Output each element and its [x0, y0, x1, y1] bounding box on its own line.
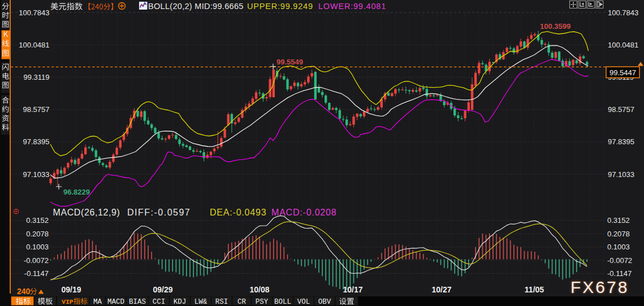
- svg-text:-0.1147: -0.1147: [24, 269, 49, 278]
- svg-text:0.1003: 0.1003: [26, 243, 49, 251]
- svg-text:LOWER:99.4081: LOWER:99.4081: [318, 2, 386, 11]
- svg-text:0.2078: 0.2078: [607, 230, 630, 238]
- svg-text:97.8395: 97.8395: [608, 137, 634, 146]
- svg-text:99.5447: 99.5447: [610, 68, 636, 77]
- svg-text:-0.0072: -0.0072: [24, 256, 49, 265]
- svg-text:0.2078: 0.2078: [26, 230, 49, 238]
- svg-text:10/27: 10/27: [431, 285, 451, 294]
- svg-text:RSI: RSI: [215, 298, 228, 306]
- svg-text:100.7843: 100.7843: [19, 8, 49, 17]
- svg-text:10/17: 10/17: [343, 285, 362, 294]
- svg-text:MACD(26,12,9): MACD(26,12,9): [53, 208, 120, 217]
- svg-text:10/08: 10/08: [249, 285, 269, 294]
- svg-text:0.3152: 0.3152: [607, 216, 630, 225]
- svg-text:09/19: 09/19: [61, 285, 81, 294]
- svg-text:VOL: VOL: [297, 298, 310, 306]
- svg-text:LW&: LW&: [195, 298, 208, 306]
- svg-text:KDJ: KDJ: [174, 298, 187, 306]
- svg-text:DIFF:-0.0597: DIFF:-0.0597: [127, 208, 191, 217]
- svg-text:11/05: 11/05: [525, 285, 544, 294]
- svg-text:240: 240: [17, 287, 31, 296]
- svg-text:98.5757: 98.5757: [23, 105, 50, 114]
- svg-text:96.8229: 96.8229: [63, 188, 90, 196]
- svg-text:100.3599: 100.3599: [540, 22, 570, 31]
- svg-text:OBV: OBV: [318, 298, 331, 306]
- svg-text:FX678: FX678: [570, 278, 629, 296]
- svg-text:MACD: MACD: [107, 298, 124, 306]
- svg-text:DEA:-0.0493: DEA:-0.0493: [210, 208, 266, 217]
- svg-text:09/29: 09/29: [153, 285, 172, 294]
- svg-text:97.1033: 97.1033: [608, 170, 634, 179]
- svg-text:BOLL: BOLL: [274, 298, 291, 306]
- svg-text:-0.1147: -0.1147: [607, 269, 632, 278]
- svg-text:100.0481: 100.0481: [608, 41, 638, 49]
- svg-text:BIAS: BIAS: [129, 298, 146, 306]
- svg-text:97.8395: 97.8395: [23, 137, 50, 146]
- svg-text:CR: CR: [237, 298, 247, 306]
- svg-text:100.7843: 100.7843: [608, 8, 638, 17]
- svg-text:UPPER:99.9249: UPPER:99.9249: [247, 2, 313, 11]
- svg-text:99.5549: 99.5549: [276, 58, 303, 66]
- svg-text:99.3119: 99.3119: [23, 73, 49, 81]
- svg-text:-0.0072: -0.0072: [607, 256, 632, 265]
- svg-text:0.1003: 0.1003: [607, 243, 630, 251]
- svg-text:MACD:-0.0208: MACD:-0.0208: [271, 208, 336, 217]
- svg-text:100.0481: 100.0481: [19, 41, 49, 49]
- svg-text:0.3152: 0.3152: [26, 216, 49, 225]
- svg-text:PSY: PSY: [256, 298, 269, 306]
- svg-text:98.5757: 98.5757: [608, 105, 634, 114]
- svg-text:97.1033: 97.1033: [23, 170, 50, 179]
- svg-text:MA: MA: [93, 298, 102, 306]
- svg-text:CCI: CCI: [153, 298, 166, 306]
- svg-text:BOLL(20,2) MID:99.6665: BOLL(20,2) MID:99.6665: [148, 2, 244, 11]
- svg-text:VIP: VIP: [62, 298, 74, 305]
